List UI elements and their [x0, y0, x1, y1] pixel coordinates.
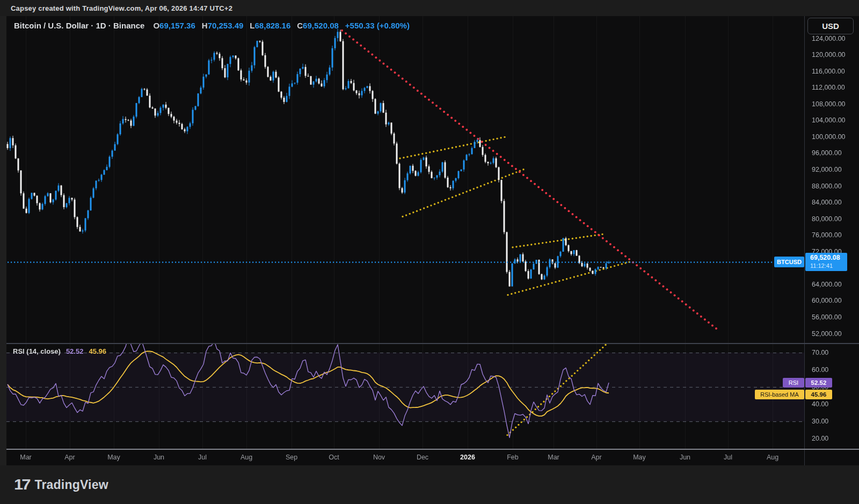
price-axis-tick: 120,000.00	[812, 51, 846, 59]
bar-countdown: 11:12:41	[810, 262, 847, 269]
price-axis-tick: 100,000.00	[812, 133, 846, 141]
price-axis-tick: 92,000.00	[812, 166, 842, 173]
high-value: 70,253.49	[208, 21, 244, 30]
price-axis-tick: 88,000.00	[812, 182, 842, 190]
price-axis-tick: 80,000.00	[812, 215, 842, 223]
close-label: C	[297, 21, 303, 30]
rsi-indicator-legend[interactable]: RSI (14, close)52.5245.96	[13, 347, 106, 355]
high-label: H	[202, 21, 208, 30]
time-axis-label: Jul	[724, 454, 732, 461]
rsi-ma-axis-value: 45.96	[805, 390, 832, 399]
time-axis-label: Mar	[548, 454, 559, 461]
time-axis-label: 2026	[460, 454, 475, 461]
symbol-price-line-tag: BTCUSD	[774, 257, 804, 267]
rsi-axis-tick: 40.00	[812, 400, 828, 408]
time-axis-label: Apr	[64, 454, 75, 461]
open-label: O	[153, 21, 159, 30]
time-axis-label: May	[633, 454, 646, 461]
price-axis-tick: 60,000.00	[812, 297, 842, 304]
rsi-ma-axis-tag: RSI-based MA	[755, 390, 804, 399]
time-axis-label: Mar	[20, 454, 32, 461]
last-price-label: 69,520.08 11:12:41	[805, 253, 847, 271]
rsi-axis-tick: 70.00	[812, 349, 828, 356]
time-axis-label: Oct	[329, 454, 339, 461]
symbol-title-bar: Bitcoin / U.S. Dollar · 1D · BinanceO69,…	[14, 21, 410, 32]
price-axis-tick: 84,000.00	[812, 199, 842, 206]
rsi-indicator-name: RSI (14, close)	[13, 347, 61, 355]
price-axis-tick: 108,000.00	[812, 100, 846, 108]
rsi-axis-value: 52.52	[805, 378, 832, 388]
rsi-ma-legend-value: 45.96	[89, 347, 106, 355]
time-axis-label: Jun	[680, 454, 690, 461]
price-axis-tick: 112,000.00	[812, 84, 845, 91]
price-axis-tick: 76,000.00	[812, 231, 842, 239]
open-value: 69,157.36	[159, 21, 195, 30]
time-axis-label: Apr	[591, 454, 601, 461]
tradingview-logo-text: TradingView	[34, 478, 108, 492]
price-axis-tick: 64,000.00	[812, 281, 842, 288]
time-axis-label: Jun	[154, 454, 164, 461]
price-axis-tick: 56,000.00	[812, 313, 842, 321]
time-axis-label: May	[107, 454, 120, 461]
pane-separator[interactable]	[6, 343, 859, 344]
price-axis-tick: 104,000.00	[812, 116, 846, 124]
rsi-axis-tag: RSI	[783, 378, 804, 388]
chart-canvas[interactable]	[0, 0, 859, 504]
tradingview-logo-icon: 17	[14, 476, 29, 493]
tradingview-logo[interactable]: 17 TradingView	[14, 475, 108, 494]
last-price-value: 69,520.08	[810, 253, 847, 262]
time-axis-label: Nov	[373, 454, 385, 461]
low-label: L	[250, 21, 254, 30]
rsi-axis-tick: 30.00	[812, 418, 828, 425]
price-axis-tick: 96,000.00	[812, 149, 842, 157]
price-axis-tick: 124,000.00	[812, 35, 846, 42]
time-axis-label: Aug	[241, 454, 252, 461]
price-axis-tick: 52,000.00	[812, 330, 842, 338]
price-axis-tick: 116,000.00	[812, 68, 845, 75]
rsi-axis-tick: 60.00	[812, 366, 828, 374]
time-axis-label: Feb	[507, 454, 519, 461]
price-axis-separator	[804, 16, 805, 465]
time-axis-label: Jul	[198, 454, 207, 461]
time-axis-separator	[6, 449, 859, 450]
rsi-legend-value: 52.52	[66, 347, 84, 355]
change-value: +550.33 (+0.80%)	[345, 21, 410, 30]
time-axis-label: Aug	[767, 454, 778, 461]
footer-bar: 17 TradingView	[0, 465, 859, 504]
time-axis-label: Dec	[417, 454, 428, 461]
symbol-title[interactable]: Bitcoin / U.S. Dollar · 1D · Binance	[14, 21, 144, 30]
low-value: 68,828.16	[255, 21, 291, 30]
rsi-axis-tick: 20.00	[812, 435, 828, 442]
tradingview-chart-page: Capsey created with TradingView.com, Apr…	[0, 0, 859, 504]
currency-toggle-button[interactable]: USD	[807, 18, 854, 34]
close-value: 69,520.08	[303, 21, 339, 30]
time-axis-label: Sep	[286, 454, 297, 461]
